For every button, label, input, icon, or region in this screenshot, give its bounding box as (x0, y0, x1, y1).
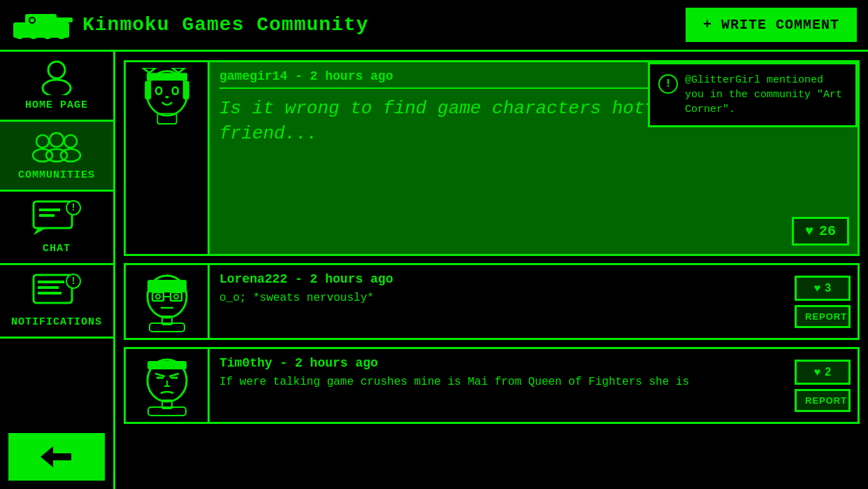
comment-1-actions: ♥ 3 REPORT (788, 265, 858, 338)
svg-rect-6 (53, 17, 73, 22)
svg-point-46 (175, 295, 178, 298)
comment-2-like-button[interactable]: ♥ 2 (795, 360, 851, 385)
heart-icon: ♥ (814, 282, 821, 295)
back-button[interactable] (8, 433, 105, 481)
featured-post-likes[interactable]: ♥ 26 (792, 217, 849, 246)
heart-icon: ♥ (805, 223, 813, 239)
svg-marker-18 (34, 228, 46, 235)
svg-point-9 (48, 62, 65, 78)
communities-icon (32, 130, 81, 165)
svg-point-16 (61, 149, 80, 162)
sidebar-notifications-label: NOTIFICATIONS (11, 316, 102, 328)
svg-point-15 (64, 135, 77, 148)
svg-rect-34 (146, 73, 187, 80)
sidebar-chat-label: CHAT (43, 243, 71, 255)
comment-row: Tim0thy - 2 hours ago If were talking ga… (124, 347, 860, 424)
svg-marker-26 (143, 68, 155, 73)
comment-2-actions: ♥ 2 REPORT (788, 349, 858, 422)
comment-1-like-button[interactable]: ♥ 3 (795, 276, 851, 301)
comment-row: Lorena222 - 2 hours ago o_o; *sweats ner… (124, 263, 860, 340)
svg-rect-20 (39, 214, 55, 217)
tank-icon (11, 8, 74, 42)
svg-rect-51 (147, 361, 187, 369)
heart-icon: ♥ (814, 366, 821, 378)
sidebar: HOME PAGE COMMUNITIES (0, 52, 115, 489)
svg-rect-35 (145, 80, 151, 99)
svg-rect-36 (182, 80, 189, 99)
chat-notification-badge: ! (66, 200, 81, 215)
svg-point-13 (50, 133, 64, 147)
featured-likes-count: 26 (819, 223, 836, 239)
svg-point-33 (165, 96, 168, 99)
svg-rect-39 (147, 280, 187, 292)
lorena-avatar-container (126, 265, 210, 338)
svg-rect-19 (39, 208, 60, 211)
comment-2-likes: 2 (825, 366, 831, 378)
comment-2-text: If were talking game crushes mine is Mai… (219, 374, 778, 390)
svg-rect-22 (38, 281, 64, 283)
sidebar-communities-label: COMMUNITIES (18, 169, 95, 181)
home-person-icon (36, 60, 78, 95)
app-title: Kinmoku Games Community (82, 14, 368, 36)
svg-marker-25 (41, 446, 71, 467)
sidebar-home-label: HOME PAGE (25, 99, 88, 111)
comment-2-body: Tim0thy - 2 hours ago If were talking ga… (210, 349, 788, 422)
timothy-avatar-container (126, 349, 210, 422)
comment-1-text: o_o; *sweats nervously* (219, 290, 778, 306)
content-area: gamegir14 - 2 hours ago Is it wrong to f… (115, 52, 868, 489)
notification-panel: ! @GlitterGirl mentioned you in the comm… (648, 62, 858, 127)
write-comment-button[interactable]: + WRITE COMMENT (686, 8, 857, 42)
logo-area: Kinmoku Games Community (11, 8, 686, 42)
notification-text: @GlitterGirl mentioned you in the commun… (685, 73, 847, 117)
main-area: HOME PAGE COMMUNITIES (0, 52, 868, 489)
lorena-avatar (136, 270, 198, 333)
sidebar-item-home[interactable]: HOME PAGE (0, 52, 113, 122)
svg-point-32 (173, 88, 177, 93)
svg-rect-23 (38, 286, 59, 289)
featured-post: gamegir14 - 2 hours ago Is it wrong to f… (124, 60, 860, 256)
comment-2-header: Tim0thy - 2 hours ago (219, 356, 778, 370)
comment-1-report-button[interactable]: REPORT (795, 305, 851, 328)
svg-line-54 (155, 374, 165, 376)
notifications-notification-badge: ! (66, 274, 81, 289)
comment-1-header: Lorena222 - 2 hours ago (219, 272, 778, 286)
svg-point-31 (157, 88, 160, 93)
gamegirl-avatar (132, 68, 202, 138)
timothy-avatar (136, 354, 198, 417)
featured-avatar-container (126, 62, 210, 254)
back-arrow-icon (39, 444, 74, 470)
featured-post-body: gamegir14 - 2 hours ago Is it wrong to f… (210, 62, 858, 254)
svg-point-11 (36, 135, 49, 148)
sidebar-item-chat[interactable]: ! CHAT (0, 192, 113, 265)
header: Kinmoku Games Community + WRITE COMMENT (0, 0, 868, 52)
svg-point-10 (43, 80, 71, 95)
svg-rect-8 (30, 18, 34, 22)
sidebar-item-notifications[interactable]: ! NOTIFICATIONS (0, 265, 113, 339)
comment-2-report-button[interactable]: REPORT (795, 389, 851, 412)
sidebar-item-communities[interactable]: COMMUNITIES (0, 122, 113, 192)
notification-warning-icon: ! (658, 74, 678, 94)
svg-point-45 (157, 295, 159, 298)
svg-rect-24 (38, 292, 62, 295)
comment-1-likes: 3 (825, 282, 831, 295)
comment-1-body: Lorena222 - 2 hours ago o_o; *sweats ner… (210, 265, 788, 338)
svg-line-55 (169, 374, 179, 376)
